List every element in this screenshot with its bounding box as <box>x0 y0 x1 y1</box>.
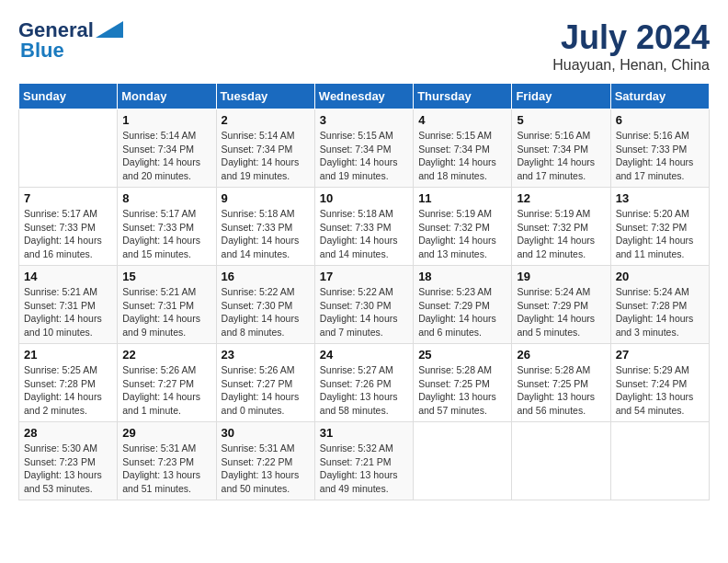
day-number: 15 <box>122 270 210 283</box>
calendar-cell: 7Sunrise: 5:17 AM Sunset: 7:33 PM Daylig… <box>19 188 118 266</box>
calendar-cell: 5Sunrise: 5:16 AM Sunset: 7:34 PM Daylig… <box>512 109 610 188</box>
calendar-cell: 15Sunrise: 5:21 AM Sunset: 7:31 PM Dayli… <box>118 266 216 344</box>
day-info: Sunrise: 5:21 AM Sunset: 7:31 PM Dayligh… <box>122 285 210 339</box>
day-header-friday: Friday <box>512 84 610 109</box>
month-year: July 2024 <box>552 18 710 57</box>
day-info: Sunrise: 5:16 AM Sunset: 7:33 PM Dayligh… <box>616 129 704 183</box>
calendar-cell <box>512 422 610 500</box>
day-header-thursday: Thursday <box>414 84 512 109</box>
day-number: 31 <box>320 426 408 440</box>
week-row-4: 21Sunrise: 5:25 AM Sunset: 7:28 PM Dayli… <box>19 344 710 422</box>
day-number: 19 <box>517 270 605 283</box>
day-number: 9 <box>222 191 310 205</box>
week-row-5: 28Sunrise: 5:30 AM Sunset: 7:23 PM Dayli… <box>19 422 710 500</box>
day-info: Sunrise: 5:25 AM Sunset: 7:28 PM Dayligh… <box>24 363 112 418</box>
calendar-cell: 1Sunrise: 5:14 AM Sunset: 7:34 PM Daylig… <box>118 109 216 188</box>
calendar-cell: 30Sunrise: 5:31 AM Sunset: 7:22 PM Dayli… <box>216 422 314 500</box>
day-number: 26 <box>517 348 605 362</box>
day-info: Sunrise: 5:16 AM Sunset: 7:34 PM Dayligh… <box>517 129 605 183</box>
calendar-cell: 2Sunrise: 5:14 AM Sunset: 7:34 PM Daylig… <box>216 109 314 188</box>
day-number: 25 <box>418 348 506 362</box>
day-info: Sunrise: 5:22 AM Sunset: 7:30 PM Dayligh… <box>320 285 408 339</box>
day-info: Sunrise: 5:14 AM Sunset: 7:34 PM Dayligh… <box>122 129 210 183</box>
calendar-cell: 9Sunrise: 5:18 AM Sunset: 7:33 PM Daylig… <box>216 188 314 266</box>
week-row-2: 7Sunrise: 5:17 AM Sunset: 7:33 PM Daylig… <box>19 188 710 266</box>
calendar-cell: 6Sunrise: 5:16 AM Sunset: 7:33 PM Daylig… <box>610 109 709 188</box>
day-number: 11 <box>418 191 506 205</box>
day-info: Sunrise: 5:19 AM Sunset: 7:32 PM Dayligh… <box>418 207 506 261</box>
calendar-cell: 27Sunrise: 5:29 AM Sunset: 7:24 PM Dayli… <box>610 344 709 422</box>
calendar-cell <box>610 422 709 500</box>
svg-marker-0 <box>96 21 123 38</box>
day-number: 30 <box>222 426 310 440</box>
day-number: 23 <box>222 348 310 362</box>
day-info: Sunrise: 5:31 AM Sunset: 7:23 PM Dayligh… <box>122 442 210 496</box>
day-info: Sunrise: 5:23 AM Sunset: 7:29 PM Dayligh… <box>418 285 506 339</box>
calendar-cell: 29Sunrise: 5:31 AM Sunset: 7:23 PM Dayli… <box>118 422 216 500</box>
day-number: 4 <box>418 113 506 127</box>
day-header-tuesday: Tuesday <box>216 84 314 109</box>
day-info: Sunrise: 5:24 AM Sunset: 7:29 PM Dayligh… <box>517 285 605 339</box>
day-number: 14 <box>24 270 112 283</box>
day-info: Sunrise: 5:26 AM Sunset: 7:27 PM Dayligh… <box>122 363 210 418</box>
day-number: 27 <box>616 348 704 362</box>
day-number: 28 <box>24 426 112 440</box>
day-info: Sunrise: 5:21 AM Sunset: 7:31 PM Dayligh… <box>24 285 112 339</box>
calendar-cell: 17Sunrise: 5:22 AM Sunset: 7:30 PM Dayli… <box>314 266 413 344</box>
day-number: 18 <box>418 270 506 283</box>
calendar-cell: 19Sunrise: 5:24 AM Sunset: 7:29 PM Dayli… <box>512 266 610 344</box>
day-number: 13 <box>616 191 704 205</box>
day-number: 2 <box>222 113 310 127</box>
calendar-cell: 11Sunrise: 5:19 AM Sunset: 7:32 PM Dayli… <box>414 188 512 266</box>
day-info: Sunrise: 5:18 AM Sunset: 7:33 PM Dayligh… <box>320 207 408 261</box>
calendar-cell: 28Sunrise: 5:30 AM Sunset: 7:23 PM Dayli… <box>19 422 118 500</box>
logo-icon <box>96 21 123 38</box>
calendar-cell: 16Sunrise: 5:22 AM Sunset: 7:30 PM Dayli… <box>216 266 314 344</box>
day-number: 21 <box>24 348 112 362</box>
day-header-wednesday: Wednesday <box>314 84 413 109</box>
day-number: 16 <box>222 270 310 283</box>
day-info: Sunrise: 5:15 AM Sunset: 7:34 PM Dayligh… <box>418 129 506 183</box>
calendar-cell: 25Sunrise: 5:28 AM Sunset: 7:25 PM Dayli… <box>414 344 512 422</box>
day-number: 7 <box>24 191 112 205</box>
location: Huayuan, Henan, China <box>552 57 710 74</box>
day-info: Sunrise: 5:19 AM Sunset: 7:32 PM Dayligh… <box>517 207 605 261</box>
title-area: July 2024 Huayuan, Henan, China <box>552 18 710 74</box>
logo-blue: Blue <box>18 39 64 63</box>
day-number: 6 <box>616 113 704 127</box>
day-number: 3 <box>320 113 408 127</box>
calendar-cell: 13Sunrise: 5:20 AM Sunset: 7:32 PM Dayli… <box>610 188 709 266</box>
day-number: 12 <box>517 191 605 205</box>
calendar-header: SundayMondayTuesdayWednesdayThursdayFrid… <box>19 84 710 109</box>
day-number: 5 <box>517 113 605 127</box>
day-info: Sunrise: 5:14 AM Sunset: 7:34 PM Dayligh… <box>222 129 310 183</box>
calendar-body: 1Sunrise: 5:14 AM Sunset: 7:34 PM Daylig… <box>19 109 710 500</box>
day-info: Sunrise: 5:28 AM Sunset: 7:25 PM Dayligh… <box>517 363 605 418</box>
day-info: Sunrise: 5:18 AM Sunset: 7:33 PM Dayligh… <box>222 207 310 261</box>
day-number: 24 <box>320 348 408 362</box>
day-info: Sunrise: 5:26 AM Sunset: 7:27 PM Dayligh… <box>222 363 310 418</box>
day-info: Sunrise: 5:30 AM Sunset: 7:23 PM Dayligh… <box>24 442 112 496</box>
calendar-cell: 20Sunrise: 5:24 AM Sunset: 7:28 PM Dayli… <box>610 266 709 344</box>
day-info: Sunrise: 5:22 AM Sunset: 7:30 PM Dayligh… <box>222 285 310 339</box>
calendar-table: SundayMondayTuesdayWednesdayThursdayFrid… <box>18 83 710 500</box>
day-number: 10 <box>320 191 408 205</box>
day-header-monday: Monday <box>118 84 216 109</box>
calendar-cell: 8Sunrise: 5:17 AM Sunset: 7:33 PM Daylig… <box>118 188 216 266</box>
calendar-cell: 4Sunrise: 5:15 AM Sunset: 7:34 PM Daylig… <box>414 109 512 188</box>
week-row-1: 1Sunrise: 5:14 AM Sunset: 7:34 PM Daylig… <box>19 109 710 188</box>
calendar-cell: 22Sunrise: 5:26 AM Sunset: 7:27 PM Dayli… <box>118 344 216 422</box>
day-info: Sunrise: 5:20 AM Sunset: 7:32 PM Dayligh… <box>616 207 704 261</box>
day-info: Sunrise: 5:27 AM Sunset: 7:26 PM Dayligh… <box>320 363 408 418</box>
calendar-cell: 12Sunrise: 5:19 AM Sunset: 7:32 PM Dayli… <box>512 188 610 266</box>
day-info: Sunrise: 5:17 AM Sunset: 7:33 PM Dayligh… <box>24 207 112 261</box>
logo: General Blue <box>18 18 123 63</box>
calendar-cell: 14Sunrise: 5:21 AM Sunset: 7:31 PM Dayli… <box>19 266 118 344</box>
day-info: Sunrise: 5:15 AM Sunset: 7:34 PM Dayligh… <box>320 129 408 183</box>
day-number: 17 <box>320 270 408 283</box>
day-number: 22 <box>122 348 210 362</box>
day-number: 29 <box>122 426 210 440</box>
calendar-cell <box>19 109 118 188</box>
day-number: 1 <box>122 113 210 127</box>
calendar-cell: 3Sunrise: 5:15 AM Sunset: 7:34 PM Daylig… <box>314 109 413 188</box>
